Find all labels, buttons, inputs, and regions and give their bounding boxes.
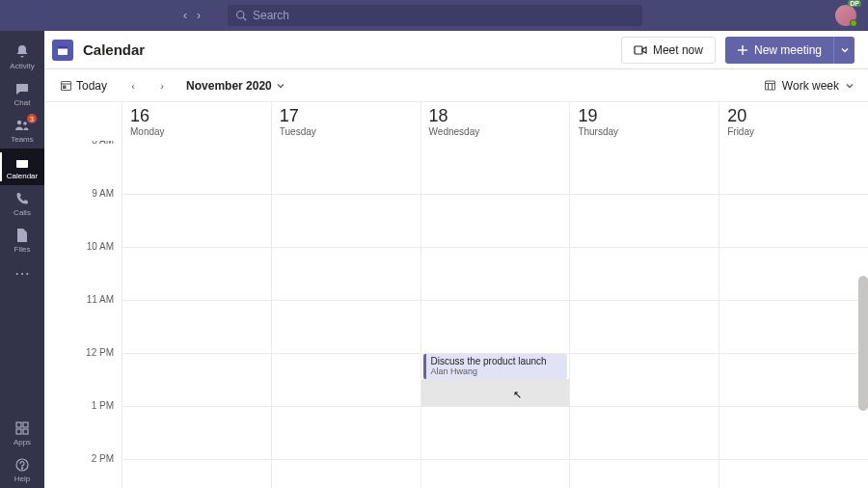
search-icon	[235, 10, 247, 21]
month-label: November 2020	[186, 79, 272, 93]
calendar-toolbar: Today ‹ › November 2020 Work week	[44, 69, 868, 102]
rail-calls[interactable]: Calls	[0, 185, 44, 222]
time-label: 2 PM	[92, 453, 114, 464]
time-label: 10 AM	[87, 241, 114, 252]
page-title: Calendar	[83, 41, 145, 58]
rail-teams[interactable]: 3 Teams	[0, 112, 44, 149]
day-header[interactable]: 18Wednesday	[421, 102, 570, 141]
chevron-down-icon	[845, 81, 854, 91]
day-column-fri[interactable]	[719, 141, 868, 488]
svg-rect-5	[16, 157, 28, 160]
svg-rect-20	[765, 81, 774, 90]
rail-apps[interactable]: Apps	[0, 415, 44, 451]
apps-icon	[14, 420, 31, 437]
time-label: 8 AM	[92, 141, 114, 146]
svg-point-11	[21, 468, 22, 469]
time-label: 12 PM	[86, 347, 114, 358]
new-meeting-button[interactable]: New meeting	[725, 37, 833, 64]
day-header[interactable]: 17Tuesday	[272, 102, 420, 141]
profile-avatar[interactable]: DP	[835, 5, 856, 26]
today-button[interactable]: Today	[52, 74, 115, 97]
time-label: 1 PM	[92, 400, 114, 411]
history-forward-icon[interactable]: ›	[197, 9, 201, 22]
svg-rect-7	[23, 422, 28, 427]
day-header[interactable]: 20Friday	[719, 102, 868, 141]
svg-rect-8	[16, 429, 21, 434]
vertical-scrollbar[interactable]	[858, 276, 868, 411]
today-label: Today	[76, 79, 107, 93]
rail-label-teams: Teams	[11, 135, 34, 144]
svg-point-3	[23, 122, 27, 125]
day-header[interactable]: 16Monday	[122, 102, 271, 141]
rail-label-files: Files	[14, 245, 31, 254]
ellipsis-icon: ⋯	[14, 264, 30, 283]
day-number: 18	[429, 106, 562, 126]
day-name: Monday	[130, 126, 263, 137]
plus-icon	[737, 44, 748, 56]
month-picker[interactable]: November 2020	[186, 79, 285, 93]
day-name: Thursday	[578, 126, 711, 137]
calendar-event[interactable]: Discuss the product launch Alan Hwang	[423, 354, 568, 379]
rail-label-apps: Apps	[14, 438, 31, 447]
today-icon	[60, 79, 72, 92]
svg-rect-19	[64, 86, 67, 89]
day-name: Wednesday	[429, 126, 562, 137]
chat-icon	[14, 80, 31, 97]
svg-point-0	[237, 12, 245, 19]
time-label: 11 AM	[87, 294, 114, 305]
new-meeting-dropdown[interactable]	[833, 37, 854, 64]
rail-label-calls: Calls	[14, 208, 31, 217]
chevron-right-icon: ›	[160, 80, 164, 92]
history-back-icon[interactable]: ‹	[183, 9, 187, 22]
search-input[interactable]	[253, 9, 635, 22]
day-column-mon[interactable]	[122, 141, 271, 488]
presence-available-icon	[850, 19, 857, 27]
app-rail: Activity Chat 3 Teams Calendar Calls	[0, 31, 44, 488]
teams-badge: 3	[27, 114, 37, 123]
prev-week-button[interactable]: ‹	[122, 75, 144, 96]
day-number: 20	[727, 106, 860, 126]
svg-rect-14	[635, 46, 642, 54]
meet-now-button[interactable]: Meet now	[621, 37, 716, 64]
rail-label-calendar: Calendar	[7, 172, 38, 180]
rail-chat[interactable]: Chat	[0, 75, 44, 112]
calendar-app-icon	[52, 40, 73, 61]
day-headers: 16Monday 17Tuesday 18Wednesday 19Thursda…	[122, 102, 868, 141]
rail-label-chat: Chat	[14, 98, 31, 107]
time-label: 9 AM	[92, 188, 114, 199]
day-header[interactable]: 19Thursday	[570, 102, 719, 141]
rail-more[interactable]: ⋯	[14, 258, 30, 287]
rail-help[interactable]: Help	[0, 451, 44, 488]
time-selection[interactable]	[421, 379, 570, 406]
svg-rect-9	[23, 429, 28, 434]
file-icon	[14, 227, 31, 244]
svg-point-2	[17, 121, 21, 124]
svg-line-1	[243, 17, 246, 20]
day-number: 17	[280, 106, 413, 126]
phone-icon	[14, 190, 31, 207]
avatar-initials: DP	[848, 0, 861, 7]
title-bar: ‹ › DP	[0, 0, 868, 31]
rail-files[interactable]: Files	[0, 222, 44, 258]
bell-icon	[14, 43, 31, 61]
day-number: 19	[578, 106, 711, 126]
next-week-button[interactable]: ›	[151, 75, 173, 96]
rail-label-activity: Activity	[10, 62, 34, 70]
day-column-thu[interactable]	[569, 141, 719, 488]
chevron-down-icon	[840, 45, 850, 55]
rail-calendar[interactable]: Calendar	[0, 149, 44, 185]
rail-label-help: Help	[14, 474, 30, 483]
svg-rect-13	[58, 46, 68, 49]
view-label: Work week	[782, 79, 839, 93]
meet-now-label: Meet now	[653, 43, 703, 57]
day-column-tue[interactable]	[271, 141, 420, 488]
search-box[interactable]	[228, 5, 642, 26]
rail-activity[interactable]: Activity	[0, 39, 44, 75]
calendar-grid[interactable]: 8 AM 9 AM 10 AM 11 AM 12 PM 1 PM 2 PM	[44, 141, 868, 488]
event-title: Discuss the product launch	[431, 356, 563, 366]
video-icon	[634, 44, 647, 56]
chevron-left-icon: ‹	[131, 80, 135, 92]
day-column-wed[interactable]: Discuss the product launch Alan Hwang	[420, 141, 570, 488]
view-switcher[interactable]: Work week	[764, 79, 854, 93]
event-organizer: Alan Hwang	[431, 366, 563, 376]
